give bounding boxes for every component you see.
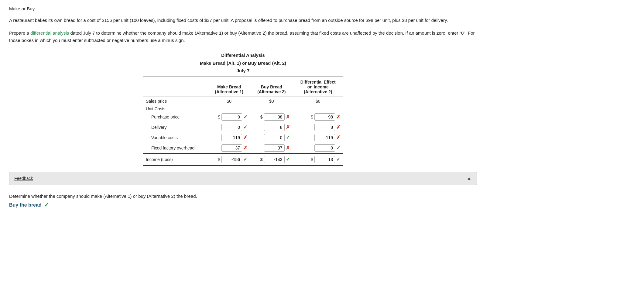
col-header-buy-bread: Buy Bread (Alternative 2)	[250, 77, 293, 97]
variable-costs-col3-input[interactable]	[264, 134, 285, 141]
feedback-bar: Feedback ▲	[9, 172, 477, 185]
table-section: Differential Analysis Make Bread (Alt. 1…	[9, 51, 477, 166]
col-header-differential: Differential Effect on Income (Alternati…	[293, 77, 343, 97]
variable-costs-col4: ✗	[293, 132, 343, 143]
table-title-line2: Make Bread (Alt. 1) or Buy Bread (Alt. 2…	[9, 59, 477, 67]
ffo-col4-input[interactable]	[314, 144, 335, 152]
il-col2-check-icon: ✓	[243, 156, 247, 162]
differential-analysis-table: Make Bread (Alternative 1) Buy Bread (Al…	[143, 77, 343, 166]
il-col4-input[interactable]	[314, 156, 335, 163]
income-loss-col2: $ ✓	[208, 153, 251, 166]
il-col4-check-icon: ✓	[336, 156, 340, 162]
pp-col4-dollar: $	[311, 115, 313, 119]
pp-col2-dollar: $	[218, 115, 220, 119]
variable-costs-col2-x-icon: ✗	[243, 135, 247, 140]
pp-col4-input[interactable]	[314, 113, 335, 121]
instruction-suffix: dated July 7 to determine whether the co…	[9, 30, 475, 43]
delivery-col2: ✓	[208, 122, 251, 132]
scroll-up-arrow-icon[interactable]: ▲	[466, 175, 472, 182]
pp-col3-x-icon: ✗	[286, 114, 290, 120]
delivery-col2-check-icon: ✓	[243, 124, 247, 130]
feedback-link[interactable]: Feedback	[14, 176, 33, 181]
ffo-col4-check-icon: ✓	[336, 145, 340, 151]
pp-col3-dollar: $	[260, 115, 263, 119]
il-col2-input[interactable]	[221, 156, 242, 163]
pp-col2-check-icon: ✓	[243, 114, 247, 120]
conclusion-section: Determine whether the company should mak…	[9, 194, 477, 208]
fixed-factory-overhead-col2: ✗	[208, 143, 251, 153]
unit-costs-header-row: Unit Costs:	[143, 105, 343, 112]
fixed-factory-overhead-label: Fixed factory overhead	[143, 143, 208, 153]
ffo-col3-x-icon: ✗	[286, 145, 290, 151]
variable-costs-col2-input[interactable]	[221, 134, 242, 141]
col-header-make-bread: Make Bread (Alternative 1)	[208, 77, 251, 97]
ffo-col3-input[interactable]	[264, 144, 285, 152]
variable-costs-col4-x-icon: ✗	[336, 135, 340, 140]
variable-costs-col3-check-icon: ✓	[286, 135, 290, 140]
income-loss-col3: $ ✓	[250, 153, 293, 166]
il-col3-check-icon: ✓	[286, 156, 290, 162]
delivery-col3-input[interactable]	[264, 124, 285, 131]
purchase-price-col4: $ ✗	[293, 112, 343, 122]
income-loss-col4: $ ✓	[293, 153, 343, 166]
table-title: Differential Analysis Make Bread (Alt. 1…	[9, 51, 477, 75]
income-loss-label: Income (Loss)	[143, 153, 208, 166]
delivery-label: Delivery	[143, 122, 208, 132]
delivery-col4-x-icon: ✗	[336, 124, 340, 130]
sales-price-label: Sales price	[143, 97, 208, 105]
fixed-factory-overhead-row: Fixed factory overhead ✗ ✗	[143, 143, 343, 153]
determine-text: Determine whether the company should mak…	[9, 194, 477, 199]
il-col3-input[interactable]	[264, 156, 285, 163]
income-loss-row: Income (Loss) $ ✓ $ ✓	[143, 153, 343, 166]
il-col4-dollar: $	[311, 157, 313, 162]
sales-price-col2: $0	[208, 97, 251, 105]
delivery-col3: ✗	[250, 122, 293, 132]
sales-price-row: Sales price $0 $0 $0	[143, 97, 343, 105]
ffo-col2-x-icon: ✗	[243, 145, 247, 151]
description-text: A restaurant bakes its own bread for a c…	[9, 17, 477, 24]
table-title-line3: July 7	[9, 67, 477, 75]
buy-bread-answer: Buy the bread ✓	[9, 202, 477, 208]
purchase-price-col3: $ ✗	[250, 112, 293, 122]
page-title: Make or Buy	[9, 6, 477, 11]
il-col3-dollar: $	[260, 157, 263, 162]
ffo-col2-input[interactable]	[221, 144, 242, 152]
buy-bread-check-icon: ✓	[44, 202, 49, 208]
col-header-label	[143, 77, 208, 97]
variable-costs-row: Variable costs ✗ ✓ ✗	[143, 132, 343, 143]
fixed-factory-overhead-col4: ✓	[293, 143, 343, 153]
sales-price-col3: $0	[250, 97, 293, 105]
differential-analysis-link[interactable]: differential analysis	[30, 30, 69, 36]
pp-col2-input[interactable]	[221, 113, 242, 121]
unit-costs-label: Unit Costs:	[143, 105, 208, 112]
instruction-text: Prepare a differential analysis dated Ju…	[9, 29, 477, 44]
delivery-col2-input[interactable]	[221, 124, 242, 131]
variable-costs-label: Variable costs	[143, 132, 208, 143]
pp-col3-input[interactable]	[264, 113, 285, 121]
variable-costs-col3: ✓	[250, 132, 293, 143]
delivery-row: Delivery ✓ ✗ ✗	[143, 122, 343, 132]
purchase-price-label: Purchase price	[143, 112, 208, 122]
delivery-col4-input[interactable]	[314, 124, 335, 131]
variable-costs-col2: ✗	[208, 132, 251, 143]
purchase-price-col2: $ ✓	[208, 112, 251, 122]
purchase-price-row: Purchase price $ ✓ $ ✗	[143, 112, 343, 122]
table-title-line1: Differential Analysis	[9, 51, 477, 59]
delivery-col4: ✗	[293, 122, 343, 132]
buy-bread-link[interactable]: Buy the bread	[9, 202, 42, 208]
delivery-col3-x-icon: ✗	[286, 124, 290, 130]
fixed-factory-overhead-col3: ✗	[250, 143, 293, 153]
pp-col4-x-icon: ✗	[336, 114, 340, 120]
il-col2-dollar: $	[218, 157, 220, 162]
instruction-prefix: Prepare a	[9, 30, 30, 36]
variable-costs-col4-input[interactable]	[314, 134, 335, 141]
sales-price-col4: $0	[293, 97, 343, 105]
